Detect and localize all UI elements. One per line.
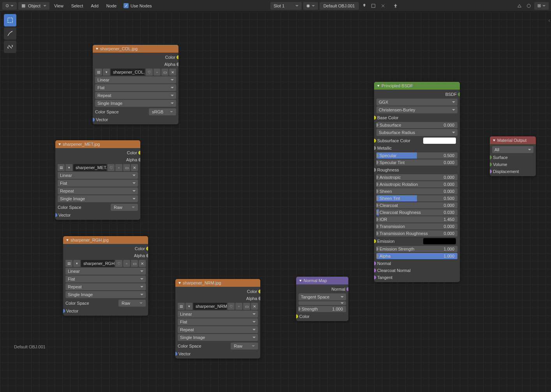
sheen-slider[interactable]: Sheen0.000 <box>376 188 457 194</box>
image-name[interactable]: sharpener_MET.j... <box>73 164 107 171</box>
overlay-dropdown[interactable]: ⊞ <box>534 2 549 10</box>
new-material-icon[interactable] <box>370 2 378 10</box>
socket-alpha[interactable] <box>138 158 140 162</box>
unlink-icon[interactable] <box>379 2 387 10</box>
emission-swatch[interactable] <box>423 238 456 244</box>
projection-select[interactable]: Flat <box>65 275 146 283</box>
ior-slider[interactable]: IOR1.450 <box>376 216 457 222</box>
socket-vector[interactable] <box>63 309 65 313</box>
socket-normal[interactable] <box>374 261 376 265</box>
image-browse-icon[interactable]: ▤ <box>58 164 65 171</box>
interpolation-select[interactable]: Linear <box>178 311 258 318</box>
distribution-select[interactable]: GGX <box>376 99 457 106</box>
node-image-texture-nrm[interactable]: sharpener_NRM.jpg Color Alpha ▤▾sharpene… <box>175 279 260 358</box>
node-header[interactable]: sharpener_NRM.jpg <box>175 279 260 287</box>
node-header[interactable]: Material Output <box>490 136 536 144</box>
specular-slider[interactable]: Specular0.500 <box>376 152 457 159</box>
transmission-roughness-slider[interactable]: Transmission Roughness0.000 <box>376 230 457 237</box>
image-dropdown-icon[interactable]: ▾ <box>103 69 110 76</box>
extension-select[interactable]: Repeat <box>95 92 176 99</box>
new-image-icon[interactable]: ▫ <box>235 303 242 310</box>
colorspace-select[interactable]: Raw <box>118 300 146 307</box>
image-dropdown-icon[interactable]: ▾ <box>73 260 80 267</box>
transmission-slider[interactable]: Transmission0.000 <box>376 223 457 230</box>
sss-color-swatch[interactable] <box>423 138 456 144</box>
material-name-field[interactable]: Default OBJ.001 <box>320 2 359 10</box>
image-browse-icon[interactable]: ▤ <box>178 303 185 310</box>
node-header[interactable]: Principled BSDF <box>374 82 460 90</box>
socket-alpha[interactable] <box>146 254 148 258</box>
node-image-texture-rgh[interactable]: sharpener_RGH.jpg Color Alpha ▤▾sharpene… <box>63 236 148 316</box>
socket-color[interactable] <box>258 290 260 293</box>
uvmap-select[interactable] <box>298 301 346 305</box>
specular-tint-slider[interactable]: Specular Tint0.000 <box>376 159 457 166</box>
alpha-slider[interactable]: Alpha1.000 <box>376 253 457 259</box>
subsurface-slider[interactable]: Subsurface0.000 <box>376 122 457 128</box>
socket-vector[interactable] <box>175 352 177 356</box>
select-tool[interactable] <box>4 14 16 26</box>
menu-select[interactable]: Select <box>68 2 87 9</box>
socket-bsdf[interactable] <box>458 92 460 96</box>
node-normal-map[interactable]: Normal Map Normal Tangent Space Strength… <box>296 277 348 321</box>
socket-emission[interactable] <box>374 239 376 243</box>
image-browse-icon[interactable]: ▤ <box>95 69 102 76</box>
header-icon-1[interactable] <box>516 2 523 10</box>
clearcoat-roughness-slider[interactable]: Clearcoat Roughness0.030 <box>376 209 457 215</box>
source-select[interactable]: Single Image <box>178 334 258 341</box>
socket-color[interactable] <box>296 314 298 318</box>
unlink-image-icon[interactable]: ✕ <box>131 164 138 171</box>
unlink-image-icon[interactable]: ✕ <box>251 303 258 310</box>
socket-color[interactable] <box>177 55 178 59</box>
open-image-icon[interactable]: ▭ <box>131 260 138 267</box>
image-dropdown-icon[interactable]: ▾ <box>185 303 192 310</box>
subsurface-radius-select[interactable]: Subsurface Radius <box>376 129 457 136</box>
new-image-icon[interactable]: ▫ <box>154 69 161 76</box>
menu-view[interactable]: View <box>51 2 67 9</box>
pin-icon[interactable] <box>392 2 399 10</box>
strength-slider[interactable]: Strength1.000 <box>298 306 346 312</box>
image-browse-icon[interactable]: ▤ <box>65 260 72 267</box>
socket-displacement[interactable] <box>490 170 492 173</box>
node-header[interactable]: sharpener_COL.jpg <box>93 45 178 53</box>
fake-user-icon[interactable]: ♡ <box>108 164 115 171</box>
node-image-texture-col[interactable]: sharpener_COL.jpg Color Alpha ▤▾ sharpen… <box>93 45 178 124</box>
sheen-tint-slider[interactable]: Sheen Tint0.500 <box>376 195 457 201</box>
new-image-icon[interactable]: ▫ <box>123 260 130 267</box>
open-image-icon[interactable]: ▭ <box>161 69 168 76</box>
open-image-icon[interactable]: ▭ <box>243 303 250 310</box>
image-name[interactable]: sharpener_COL.j... <box>111 69 145 76</box>
extension-select[interactable]: Repeat <box>58 187 138 194</box>
socket-metallic[interactable] <box>374 146 376 150</box>
node-material-output[interactable]: Material Output All Surface Volume Displ… <box>490 136 536 176</box>
mode-dropdown[interactable]: ▦Object <box>18 2 49 10</box>
socket-roughness[interactable] <box>374 168 376 172</box>
colorspace-select[interactable]: sRGB <box>149 108 176 115</box>
image-name[interactable]: sharpener_NRM.... <box>193 303 227 310</box>
fake-user-icon[interactable]: ♡ <box>228 303 235 310</box>
material-browse[interactable]: ◉ <box>303 2 318 10</box>
snap-menu[interactable]: ⊙ <box>2 2 17 10</box>
socket-vector[interactable] <box>55 213 57 217</box>
interpolation-select[interactable]: Linear <box>95 76 176 83</box>
use-nodes-checkbox[interactable]: ✓Use Nodes <box>121 2 154 9</box>
socket-color[interactable] <box>138 151 140 155</box>
menu-node[interactable]: Node <box>103 2 120 9</box>
fake-user-icon[interactable] <box>360 2 368 10</box>
source-select[interactable]: Single Image <box>95 100 176 107</box>
colorspace-select[interactable]: Raw <box>111 204 138 211</box>
node-principled-bsdf[interactable]: Principled BSDF BSDF GGX Christensen-Bur… <box>374 82 460 282</box>
socket-tangent[interactable] <box>374 275 376 279</box>
links-cut-tool[interactable] <box>4 41 16 53</box>
node-header[interactable]: Normal Map <box>296 277 348 284</box>
socket-vector[interactable] <box>93 118 95 122</box>
projection-select[interactable]: Flat <box>178 318 258 325</box>
emission-strength-slider[interactable]: Emission Strength1.000 <box>376 246 457 252</box>
socket-alpha[interactable] <box>177 62 178 66</box>
socket-sss-color[interactable] <box>374 139 376 143</box>
extension-select[interactable]: Repeat <box>178 326 258 333</box>
unlink-image-icon[interactable]: ✕ <box>169 69 176 76</box>
socket-color[interactable] <box>146 247 148 251</box>
anisotropic-rotation-slider[interactable]: Anisotropic Rotation0.000 <box>376 181 457 187</box>
clearcoat-slider[interactable]: Clearcoat0.000 <box>376 202 457 208</box>
sidebar-toggle[interactable]: ‹ <box>548 17 550 23</box>
